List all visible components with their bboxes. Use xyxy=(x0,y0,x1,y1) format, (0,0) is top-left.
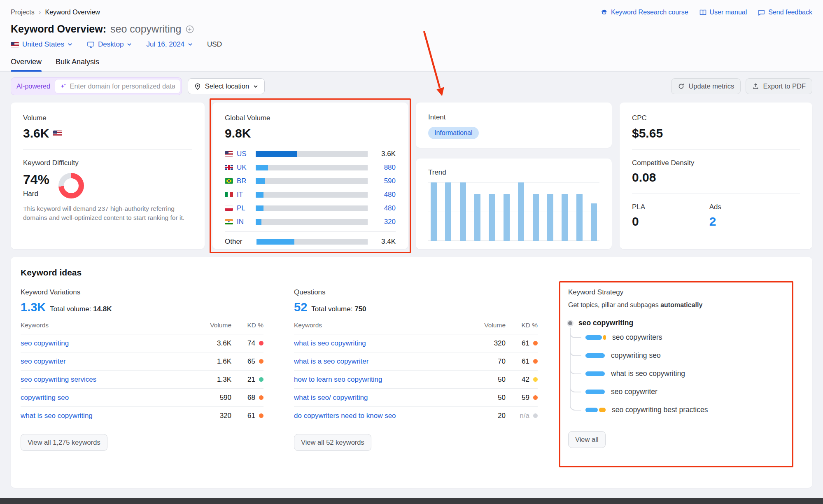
trend-bar xyxy=(547,194,553,241)
volume-bar xyxy=(256,219,368,225)
country-link[interactable]: IT xyxy=(237,191,252,199)
volume-cell: 590 xyxy=(197,389,231,407)
kd-value: 42 xyxy=(522,376,529,384)
kd-value: 61 xyxy=(522,339,529,348)
window-bottom-edge xyxy=(0,498,823,504)
date-selector[interactable]: Jul 16, 2024 xyxy=(146,40,193,49)
kd-value: 61 xyxy=(247,412,255,420)
volume-cell: 320 xyxy=(197,407,231,425)
keyword-link[interactable]: seo copywriting services xyxy=(21,376,96,383)
kd-dot xyxy=(533,413,538,418)
divider xyxy=(632,149,800,150)
questions-count[interactable]: 52 xyxy=(294,301,307,314)
export-icon xyxy=(752,83,759,90)
strategy-child-label: seo copywriting best practices xyxy=(612,406,708,414)
global-volume-other-row: Other 3.4K xyxy=(225,235,396,248)
keyword-link[interactable]: do copywriters need to know seo xyxy=(294,412,396,420)
tab-overview[interactable]: Overview xyxy=(11,58,42,71)
strategy-child-label: copywriting seo xyxy=(611,351,661,360)
export-to-pdf-button[interactable]: Export to PDF xyxy=(746,78,812,94)
keyword-difficulty-description: This keyword will demand 237 high-author… xyxy=(23,204,192,222)
keyword-difficulty-donut xyxy=(58,173,84,198)
country-link[interactable]: US xyxy=(237,150,252,158)
keyword-research-course-link[interactable]: Keyword Research course xyxy=(600,9,688,16)
table-row: do copywriters need to know seo 20 n/a xyxy=(294,407,538,425)
tab-bulk-analysis[interactable]: Bulk Analysis xyxy=(56,58,99,71)
update-metrics-button[interactable]: Update metrics xyxy=(671,78,741,94)
send-feedback-link[interactable]: Send feedback xyxy=(758,9,812,16)
trend-bar xyxy=(431,182,437,241)
country-volume[interactable]: 590 xyxy=(374,177,396,185)
country-link[interactable]: IN xyxy=(237,218,252,226)
us-flag-icon xyxy=(11,42,19,47)
country-volume[interactable]: 480 xyxy=(374,191,396,199)
table-row: seo copywriting 3.6K 74 xyxy=(21,334,263,352)
select-location-button[interactable]: Select location xyxy=(188,78,265,94)
keyword-strategy-subtitle: Get topics, pillar and subpages automati… xyxy=(568,301,792,309)
view-all-questions-button[interactable]: View all 52 keywords xyxy=(294,434,371,451)
keyword-link[interactable]: seo copywriter xyxy=(21,357,66,365)
keyword-link[interactable]: what is seo copywriting xyxy=(294,339,366,347)
keyword-link[interactable]: seo copywriting xyxy=(21,339,69,347)
country-link[interactable]: BR xyxy=(237,177,252,185)
keyword-variations-count[interactable]: 1.3K xyxy=(21,301,46,314)
trend-bar xyxy=(445,182,451,241)
currency-label: USD xyxy=(207,40,222,49)
breadcrumb-separator-icon: › xyxy=(39,8,41,16)
strategy-child-label: what is seo copywriting xyxy=(611,369,685,378)
keyword-link[interactable]: copywriting seo xyxy=(21,394,69,401)
kd-dot xyxy=(259,413,263,418)
trend-card: Trend xyxy=(416,159,612,249)
volume-cell: 50 xyxy=(471,389,506,407)
strategy-bar-blue xyxy=(585,408,598,412)
trend-bar xyxy=(460,182,466,241)
trend-bar xyxy=(504,194,510,241)
country-link[interactable]: PL xyxy=(237,204,252,212)
domain-input[interactable] xyxy=(70,82,175,90)
volume-bar xyxy=(256,205,368,211)
column-header-kd: KD % xyxy=(506,322,538,334)
strategy-bar-blue xyxy=(585,335,602,340)
country-volume[interactable]: 880 xyxy=(374,163,396,172)
view-all-variations-button[interactable]: View all 1,275 keywords xyxy=(21,434,107,451)
competitive-density-label: Competitive Density xyxy=(632,159,800,167)
device-selector[interactable]: Desktop xyxy=(87,40,132,49)
add-keyword-icon[interactable] xyxy=(185,25,194,34)
trend-bar xyxy=(591,203,597,241)
country-selector[interactable]: United States xyxy=(11,40,73,49)
country-volume[interactable]: 320 xyxy=(374,218,396,226)
keyword-link[interactable]: how to learn seo copywriting xyxy=(294,376,382,383)
refresh-icon xyxy=(678,83,685,90)
keyword-difficulty-value: 74% xyxy=(23,172,49,187)
country-link[interactable]: UK xyxy=(237,163,252,172)
strategy-child-label: seo copywriters xyxy=(612,333,662,342)
strategy-child-node: seo copywriter xyxy=(570,383,792,401)
user-manual-link[interactable]: User manual xyxy=(699,9,747,16)
kd-value: 59 xyxy=(522,394,529,402)
keyword-ideas-card: Keyword ideas Keyword Variations 1.3K To… xyxy=(11,257,812,488)
keyword-link[interactable]: what is seo/ copywriting xyxy=(294,394,368,401)
country-selector-label: United States xyxy=(22,40,64,49)
breadcrumb-projects[interactable]: Projects xyxy=(11,9,35,16)
intent-badge[interactable]: Informational xyxy=(428,127,479,139)
volume-cell: 320 xyxy=(471,334,506,352)
strategy-bar-blue xyxy=(585,390,605,394)
device-selector-label: Desktop xyxy=(98,40,124,49)
country-volume[interactable]: 480 xyxy=(374,204,396,212)
view-all-strategy-button[interactable]: View all xyxy=(568,431,606,448)
main-content: AI-powered Select location Update metric… xyxy=(0,72,823,488)
ads-value[interactable]: 2 xyxy=(709,215,787,229)
kd-value: 21 xyxy=(247,376,255,384)
strategy-tree: seo copywriters copywriting seo what is … xyxy=(570,328,792,419)
keyword-link[interactable]: what is seo copywriting xyxy=(21,412,93,420)
keyword-link[interactable]: what is a seo copywriter xyxy=(294,357,368,365)
questions-column: Questions 52 Total volume: 750 Keywords … xyxy=(294,288,538,451)
total-volume-value: 750 xyxy=(354,305,366,313)
cpc-value: $5.65 xyxy=(632,126,663,140)
strategy-child-node: what is seo copywriting xyxy=(570,364,792,383)
trend-bar xyxy=(518,182,524,241)
strategy-root-label: seo copywriting xyxy=(578,319,633,327)
column-header-volume: Volume xyxy=(471,322,506,334)
table-row: what is seo copywriting 320 61 xyxy=(294,334,538,352)
kd-value: 61 xyxy=(522,357,529,366)
